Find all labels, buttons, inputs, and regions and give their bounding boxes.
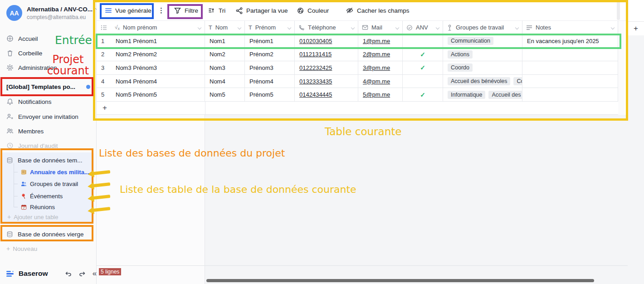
grid-cell-mail[interactable]: 3@pm.me [358,61,403,74]
grid-cell-notes[interactable] [522,75,618,88]
grid-cell-nom[interactable]: Nom5 [205,88,245,101]
view-selector-button[interactable]: Vue générale [105,5,151,15]
grid-cell-telephone[interactable]: 0122232425 [295,61,358,74]
chevron-down-icon[interactable] [351,25,355,29]
grid-cell-groupes[interactable]: Coordo [443,61,522,74]
grid-cell-groupes[interactable]: Communication [443,34,522,48]
chevron-down-icon[interactable] [436,25,439,29]
grid-cell-nom[interactable]: Nom3 [205,61,245,74]
grid-cell-mail[interactable]: 2@pm.me [358,48,403,61]
hide-fields-button[interactable]: Cacher les champs [346,5,410,15]
grid-cell-telephone[interactable]: 0112131415 [295,48,358,61]
chevron-down-icon[interactable] [288,25,291,29]
grid-cell-nom_prenom[interactable]: Nom1 Prénom1 [111,34,205,48]
grid-cell-anv[interactable]: ✓ [403,61,443,74]
row-number[interactable]: 4 [97,75,111,88]
column-header-mail[interactable]: Mail [358,21,403,34]
view-options-button[interactable]: ⋮ [158,5,165,15]
grid-cell-nom_prenom[interactable]: Nom4 Prénom4 [111,75,205,88]
grid-cell-anv[interactable]: ✓ [403,88,443,101]
sidebar-item-database-vierge[interactable]: Base de données vierge [6,229,84,240]
sidebar-item-invitation[interactable]: Envoyer une invitation [6,111,78,122]
sidebar-table-evenements[interactable]: Événements [21,191,63,201]
grid-cell-prenom[interactable]: Prénom1 [245,34,295,48]
redo-button[interactable] [78,270,86,277]
filter-button[interactable]: Filtre [174,5,198,15]
sidebar-item-corbeille[interactable]: Corbeille [6,48,42,59]
cell-link[interactable]: 1@pm.me [363,38,390,44]
column-header-telephone[interactable]: Téléphone [295,21,358,34]
new-database-button[interactable]: + Nouveau [6,243,37,254]
grid-cell-prenom[interactable]: Prénom2 [245,48,295,61]
grid-cell-nom_prenom[interactable]: Nom5 Prénom5 [111,88,205,101]
cell-link[interactable]: 0142434445 [299,91,332,98]
grid-cell-groupes[interactable]: Accueil des bénévolesCoordo [443,75,522,88]
sidebar-item-database-templates[interactable]: Base de données tem... [6,155,83,166]
chevron-down-icon[interactable] [611,25,615,29]
grid-cell-anv[interactable] [403,34,443,48]
grid-cell-mail[interactable]: 4@pm.me [358,75,403,88]
workspace-selector[interactable]: AA Alternatiba / ANV-CO... comptes@alter… [6,5,99,21]
sidebar-item-accueil[interactable]: Accueil [6,33,38,44]
add-row-button[interactable]: + [97,102,618,115]
sidebar-item-administration[interactable]: Administration [6,62,57,73]
grid-cell-notes[interactable] [522,48,618,61]
undo-button[interactable] [64,270,72,277]
add-field-button[interactable]: + [628,21,644,35]
row-header[interactable] [97,21,111,34]
sidebar-table-reunions[interactable]: 17 Réunions [21,202,55,211]
chevron-down-icon[interactable] [395,25,399,29]
grid-cell-telephone[interactable]: 0142434445 [295,88,358,101]
grid-cell-notes[interactable]: En vacances jusqu'en 2025 [522,34,618,48]
grid-cell-telephone[interactable]: 0102030405 [295,34,358,48]
column-header-groupes[interactable]: Groupes de travail [443,21,522,34]
row-number[interactable]: 5 [97,88,111,101]
cell-link[interactable]: 0112131415 [299,51,332,58]
column-header-nom[interactable]: T Nom [205,21,245,34]
grid-cell-anv[interactable] [403,75,443,88]
grid-cell-groupes[interactable]: InformatiqueAccueil des bénévoles [443,88,522,101]
column-header-prenom[interactable]: T Prénom [245,21,295,34]
cell-link[interactable]: 0132333435 [299,78,332,85]
sidebar-table-annuaire[interactable]: Annuaire des milita... [21,167,89,176]
grid-cell-mail[interactable]: 5@pm.me [358,88,403,101]
grid-cell-notes[interactable] [522,61,618,74]
sidebar-item-notifications[interactable]: Notifications [6,96,52,107]
chevron-down-icon[interactable] [238,25,241,29]
chevron-down-icon[interactable] [198,25,201,29]
grid-cell-prenom[interactable]: Prénom4 [245,75,295,88]
grid-cell-mail[interactable]: 1@pm.me [358,34,403,48]
chevron-down-icon[interactable] [515,25,519,29]
share-view-button[interactable]: Partager la vue [236,5,288,15]
color-button[interactable]: Couleur [297,5,329,15]
grid-cell-nom[interactable]: Nom4 [205,75,245,88]
grid-cell-nom[interactable]: Nom1 [205,34,245,48]
column-header-notes[interactable]: Notes [522,21,618,34]
grid-cell-nom_prenom[interactable]: Nom3 Prénom3 [111,61,205,74]
cell-link[interactable]: 0122232425 [299,64,332,71]
collapse-sidebar-button[interactable]: « [93,270,97,277]
grid-cell-groupes[interactable]: Actions [443,48,522,61]
grid-cell-nom[interactable]: Nom2 [205,48,245,61]
sidebar-item-membres[interactable]: Membres [6,126,44,137]
sidebar-item-journal-audit[interactable]: Journal d'audit [6,140,58,151]
cell-link[interactable]: 3@pm.me [363,64,390,71]
column-header-nom-prenom[interactable]: √x Nom prénom [111,21,205,34]
grid-cell-prenom[interactable]: Prénom3 [245,61,295,74]
horizontal-scrollbar[interactable] [206,279,594,282]
cell-link[interactable]: 2@pm.me [363,51,390,58]
grid-cell-anv[interactable]: ✓ [403,48,443,61]
cell-link[interactable]: 0102030405 [299,38,332,44]
row-number[interactable]: 2 [97,48,111,61]
sort-button[interactable]: Tri [208,5,225,15]
vertical-scrollbar[interactable] [617,1,620,20]
column-header-anv[interactable]: ANV [403,21,443,34]
cell-link[interactable]: 4@pm.me [363,78,390,85]
cell-link[interactable]: 5@pm.me [363,91,390,98]
row-number[interactable]: 3 [97,61,111,74]
grid-cell-telephone[interactable]: 0132333435 [295,75,358,88]
grid-cell-notes[interactable] [522,88,618,101]
add-table-button[interactable]: + Ajouter une table [7,211,58,222]
grid-cell-nom_prenom[interactable]: Nom2 Prénom2 [111,48,205,61]
grid-cell-prenom[interactable]: Prénom5 [245,88,295,101]
